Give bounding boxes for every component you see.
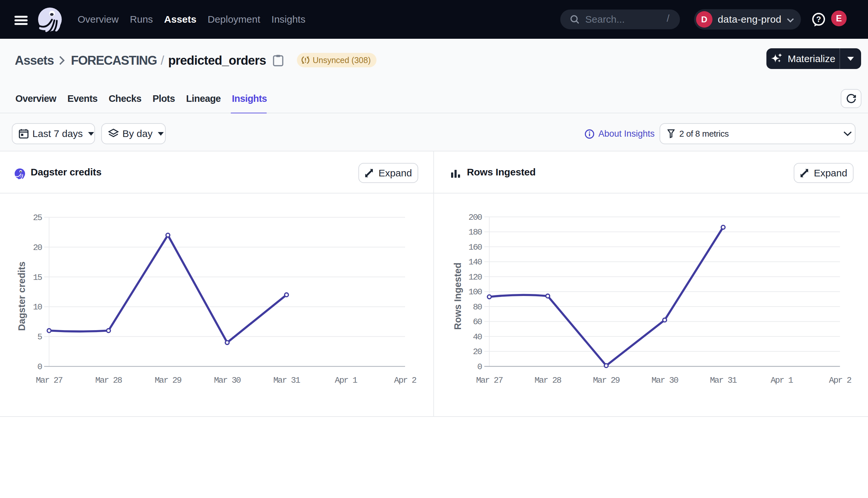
svg-text:Mar 31: Mar 31 bbox=[273, 376, 300, 385]
svg-text:40: 40 bbox=[473, 332, 482, 342]
svg-text:20: 20 bbox=[473, 347, 482, 357]
svg-text:15: 15 bbox=[33, 273, 42, 283]
svg-text:Rows Ingested: Rows Ingested bbox=[452, 262, 463, 330]
svg-text:180: 180 bbox=[469, 227, 482, 237]
svg-text:Mar 31: Mar 31 bbox=[710, 376, 737, 385]
svg-text:160: 160 bbox=[469, 243, 482, 252]
svg-text:Apr 1: Apr 1 bbox=[771, 376, 793, 385]
svg-text:Mar 27: Mar 27 bbox=[476, 376, 503, 385]
svg-text:10: 10 bbox=[33, 302, 42, 312]
svg-text:Mar 29: Mar 29 bbox=[154, 376, 181, 385]
svg-text:0: 0 bbox=[477, 362, 482, 372]
svg-text:0: 0 bbox=[38, 362, 42, 372]
svg-text:60: 60 bbox=[473, 317, 482, 327]
svg-text:Mar 30: Mar 30 bbox=[651, 376, 678, 385]
svg-text:120: 120 bbox=[469, 272, 482, 282]
svg-text:Mar 29: Mar 29 bbox=[593, 376, 620, 385]
svg-text:Mar 27: Mar 27 bbox=[36, 376, 63, 385]
svg-text:Mar 30: Mar 30 bbox=[214, 376, 241, 385]
svg-text:140: 140 bbox=[469, 257, 482, 267]
svg-text:?: ? bbox=[816, 15, 821, 24]
svg-text:Mar 28: Mar 28 bbox=[535, 376, 561, 385]
svg-text:100: 100 bbox=[469, 287, 482, 297]
svg-text:20: 20 bbox=[33, 243, 42, 253]
svg-text:Mar 28: Mar 28 bbox=[95, 376, 122, 385]
svg-text:Dagster credits: Dagster credits bbox=[16, 261, 27, 331]
svg-text:200: 200 bbox=[469, 212, 482, 222]
svg-text:Apr 2: Apr 2 bbox=[394, 376, 416, 385]
svg-text:80: 80 bbox=[473, 302, 482, 312]
svg-text:5: 5 bbox=[38, 332, 42, 342]
svg-text:Apr 2: Apr 2 bbox=[829, 376, 851, 385]
svg-text:25: 25 bbox=[33, 213, 42, 223]
svg-text:Apr 1: Apr 1 bbox=[335, 376, 357, 385]
